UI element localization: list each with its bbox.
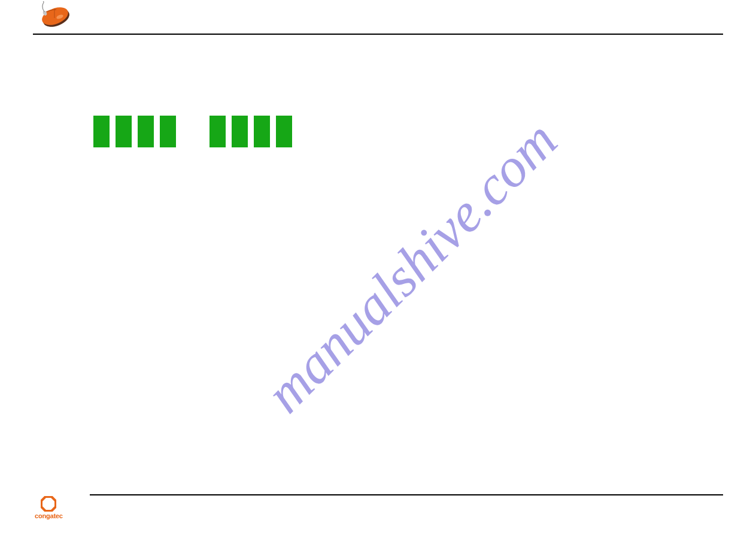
watermark-text: manualshive.com — [253, 108, 569, 425]
congatec-logo: congatec — [35, 496, 63, 519]
congatec-brand-text: congatec — [35, 512, 63, 519]
bottom-divider — [90, 494, 723, 495]
block-gap — [182, 116, 204, 147]
green-block — [138, 116, 154, 147]
green-block — [210, 116, 226, 147]
green-block — [254, 116, 270, 147]
green-block — [93, 116, 110, 147]
svg-marker-4 — [41, 497, 56, 511]
green-block — [116, 116, 132, 147]
document-page: manualshive.com congatec — [33, 0, 723, 535]
congatec-octagon-icon — [41, 496, 56, 512]
green-block-row — [93, 116, 292, 147]
green-block — [160, 116, 176, 147]
green-block — [232, 116, 248, 147]
top-divider — [33, 34, 723, 35]
green-block — [276, 116, 292, 147]
mouse-icon — [38, 1, 72, 34]
